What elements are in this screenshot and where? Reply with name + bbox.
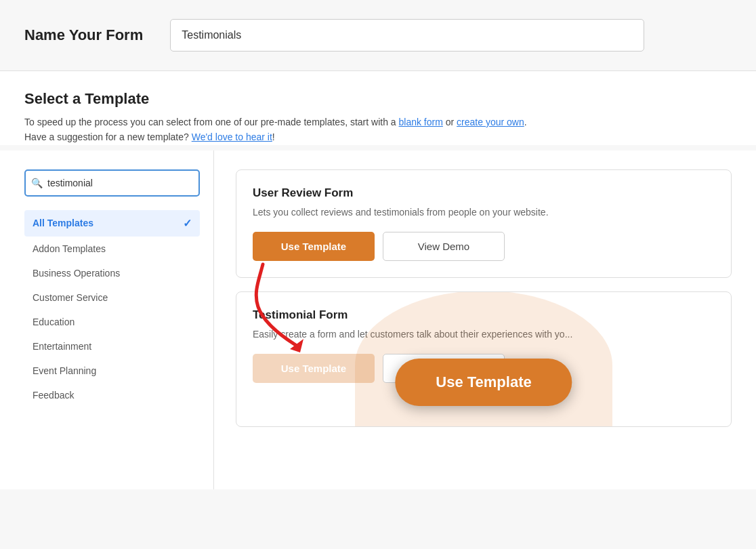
check-icon: ✓ [183,217,192,230]
category-list: All Templates ✓ Addon Templates Business… [24,210,200,407]
sidebar-item-education[interactable]: Education [24,310,200,334]
sidebar-item-all-templates[interactable]: All Templates ✓ [24,210,200,237]
use-template-button-2-hidden[interactable]: Use Template [253,354,375,383]
template-section-title: Select a Template [24,90,732,108]
category-label: All Templates [33,218,93,228]
view-demo-button-1[interactable]: View Demo [383,232,505,261]
sidebar-item-entertainment[interactable]: Entertainment [24,334,200,359]
desc-text-5: ! [272,131,275,142]
desc-text-3: . [524,117,527,127]
sidebar-item-event-planning[interactable]: Event Planning [24,359,200,383]
category-label: Business Operations [33,268,120,279]
desc-text-1: To speed up the process you can select f… [24,117,399,127]
sidebar-item-business-operations[interactable]: Business Operations [24,261,200,285]
category-label: Event Planning [33,365,96,376]
form-name-label: Name Your Form [24,26,143,44]
cards-area: User Review Form Lets you collect review… [214,150,732,489]
sidebar: 🔍 All Templates ✓ Addon Templates Busine… [24,150,214,489]
testimonial-form-container: Testimonial Form Easily create a form an… [236,291,732,427]
search-icon: 🔍 [31,178,43,188]
template-section: Select a Template To speed up the proces… [0,71,756,145]
search-input[interactable] [24,169,200,197]
use-template-button-1[interactable]: Use Template [253,232,375,261]
template-card-testimonial: Testimonial Form Easily create a form an… [236,291,732,427]
blank-form-link[interactable]: blank form [399,117,443,127]
card-description: Lets you collect reviews and testimonial… [253,205,715,220]
card-title: User Review Form [253,186,715,200]
category-label: Customer Service [33,292,108,303]
hear-link[interactable]: We'd love to hear it [192,131,272,142]
category-label: Addon Templates [33,243,106,254]
template-card-user-review: User Review Form Lets you collect review… [236,169,732,278]
name-form-section: Name Your Form [0,0,756,71]
content-area: 🔍 All Templates ✓ Addon Templates Busine… [0,150,756,489]
create-own-link[interactable]: create your own [457,117,524,127]
form-name-input[interactable] [170,19,644,52]
category-label: Entertainment [33,341,91,352]
sidebar-item-addon-templates[interactable]: Addon Templates [24,237,200,261]
template-description: To speed up the process you can select f… [24,115,732,145]
desc-text-2: or [443,117,457,127]
sidebar-item-feedback[interactable]: Feedback [24,383,200,407]
desc-text-4: Have a suggestion for a new template? [24,131,192,142]
use-template-overlay-button[interactable]: Use Template [395,359,572,406]
category-label: Feedback [33,390,74,401]
category-label: Education [33,317,75,327]
sidebar-item-customer-service[interactable]: Customer Service [24,285,200,310]
search-box: 🔍 [24,169,200,197]
card-actions: Use Template View Demo [253,232,715,261]
